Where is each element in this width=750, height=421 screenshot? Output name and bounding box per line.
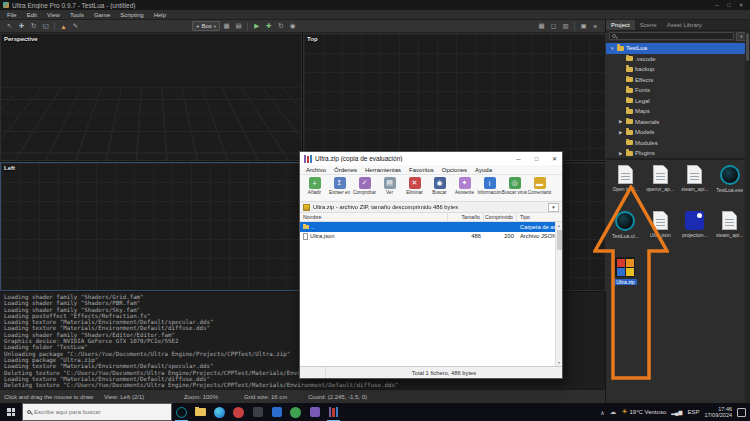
run-game-button[interactable]: ▶	[251, 21, 262, 32]
scrollbar-thumb[interactable]	[557, 230, 562, 250]
winrar-info-button[interactable]: i Información	[477, 176, 502, 201]
taskbar-app-green[interactable]	[286, 403, 305, 421]
winrar-menu-opciones[interactable]: Opciones	[438, 167, 471, 173]
menu-game[interactable]: Game	[89, 12, 115, 18]
tree-item-modules[interactable]: Modules	[606, 138, 750, 149]
winrar-virus-scan-button[interactable]: ◎ Buscar virus	[502, 176, 527, 201]
asset-item[interactable]: projection...	[679, 208, 712, 252]
grid-toggle-button[interactable]: ▤	[233, 21, 244, 32]
tree-item-plugins[interactable]: ▶ Plugins	[606, 148, 750, 158]
winrar-add-button[interactable]: + Añadir	[302, 176, 327, 201]
winrar-menu-archivo[interactable]: Archivo	[302, 167, 330, 173]
winrar-delete-button[interactable]: ✕ Eliminar	[402, 176, 427, 201]
maximize-button[interactable]: □	[723, 0, 735, 10]
tree-item-vscode[interactable]: .vscode	[606, 54, 750, 65]
snap-toggle-button[interactable]: ▦	[221, 21, 232, 32]
viewport-top[interactable]: Top	[303, 33, 606, 161]
tree-item-materials[interactable]: ▶ Materials	[606, 117, 750, 128]
notification-center-icon[interactable]	[737, 408, 746, 417]
tree-item-models[interactable]: ▶ Models	[606, 127, 750, 138]
asset-item[interactable]: steam_api...	[713, 208, 746, 252]
asset-item[interactable]: TestLua.exe	[713, 162, 746, 206]
scroll-up-icon[interactable]: ▲	[556, 222, 562, 229]
tree-item-fonts[interactable]: Fonts	[606, 85, 750, 96]
menu-file[interactable]: File	[2, 12, 22, 18]
taskbar-clock[interactable]: 17:46 17/09/2024	[704, 406, 732, 419]
network-icon[interactable]: ▂▄▆	[671, 409, 682, 415]
winrar-close-button[interactable]: ✕	[547, 152, 562, 165]
file-row-ultra-json[interactable]: Ultra.json 486 200 Archivo JSON	[300, 232, 562, 242]
language-indicator[interactable]: ESP	[687, 409, 699, 415]
taskbar-app-red[interactable]	[229, 403, 248, 421]
tray-overflow-icon[interactable]: ∧	[600, 409, 604, 416]
tree-item-effects[interactable]: Effects	[606, 75, 750, 86]
taskbar-search-input[interactable]	[34, 409, 159, 415]
minimize-button[interactable]: ─	[711, 0, 723, 10]
tab-asset-library[interactable]: Asset Library	[662, 20, 707, 30]
winrar-comment-button[interactable]: ▬ Comentario	[527, 176, 552, 201]
column-tipo[interactable]: Tipo	[517, 213, 555, 221]
rotate-tool-button[interactable]: ↻	[28, 21, 39, 32]
layout-single-view-button[interactable]: ◻	[548, 21, 559, 32]
menu-scripting[interactable]: Scripting	[115, 12, 148, 18]
menu-tools[interactable]: Tools	[65, 12, 89, 18]
terrain-tool-button[interactable]: ▲	[58, 21, 69, 32]
winrar-menu-favoritos[interactable]: Favoritos	[405, 167, 438, 173]
menu-help[interactable]: Help	[149, 12, 171, 18]
winrar-extract-button[interactable]: ↥ Extraer en	[327, 176, 352, 201]
taskbar-app-ultra-engine[interactable]	[172, 403, 191, 421]
winrar-address-bar[interactable]: Ultra.zip - archivo ZIP, tamaño descompr…	[300, 202, 562, 213]
tree-item-legal[interactable]: Legal	[606, 96, 750, 107]
winrar-maximize-button[interactable]: □	[529, 152, 544, 165]
paint-tool-button[interactable]: ✎	[70, 21, 81, 32]
tab-project[interactable]: Project	[606, 20, 635, 30]
viewport-left[interactable]: Left	[0, 162, 302, 291]
taskbar-app-winrar[interactable]	[324, 403, 343, 421]
select-tool-button[interactable]: ↖	[4, 21, 15, 32]
layout-split-view-button[interactable]: ▥	[560, 21, 571, 32]
winrar-test-button[interactable]: ✓ Comprobar	[352, 176, 377, 201]
winrar-view-button[interactable]: ▤ Ver	[377, 176, 402, 201]
layout-quad-view-button[interactable]: ▦	[536, 21, 547, 32]
winrar-scrollbar[interactable]: ▲ ▼	[555, 222, 562, 366]
asset-search-input[interactable]	[609, 32, 734, 40]
tab-scene[interactable]: Scene	[635, 20, 662, 30]
column-tamano[interactable]: Tamaño	[448, 213, 484, 221]
menu-edit[interactable]: Edit	[22, 12, 42, 18]
camera-button[interactable]: ◉	[287, 21, 298, 32]
column-nombre[interactable]: Nombre	[300, 213, 448, 221]
move-tool-button[interactable]: ✚	[16, 21, 27, 32]
taskbar-app-dark[interactable]	[248, 403, 267, 421]
file-row-parent-folder[interactable]: .. Carpeta de archivos	[300, 222, 562, 232]
tree-item-backup[interactable]: backup	[606, 64, 750, 75]
taskbar-app-blue[interactable]	[267, 403, 286, 421]
address-dropdown-button[interactable]: ▼	[548, 203, 559, 212]
taskbar-search[interactable]	[22, 403, 172, 421]
winrar-find-button[interactable]: ◉ Buscar	[427, 176, 452, 201]
winrar-menu-ordenes[interactable]: Órdenes	[330, 167, 361, 173]
onedrive-cloud-icon[interactable]: ☁	[610, 408, 617, 416]
scroll-down-icon[interactable]: ▼	[556, 359, 562, 366]
build-button[interactable]: ✚	[263, 21, 274, 32]
reload-button[interactable]: ↻	[275, 21, 286, 32]
scale-tool-button[interactable]: ◱	[40, 21, 51, 32]
winrar-menu-herramientas[interactable]: Herramientas	[361, 167, 405, 173]
primitive-dropdown[interactable]: + Box ▾	[192, 21, 220, 31]
taskbar-app-purple[interactable]	[305, 403, 324, 421]
panel-scrollbar[interactable]	[745, 31, 750, 403]
taskbar-app-browser[interactable]	[210, 403, 229, 421]
close-button[interactable]: ✕	[735, 0, 747, 10]
scrollbar-thumb[interactable]	[746, 33, 749, 61]
viewport-perspective[interactable]: Perspective	[0, 33, 302, 161]
weather-widget[interactable]: ☀ 19°C Ventoso	[621, 408, 666, 416]
winrar-minimize-button[interactable]: ─	[511, 152, 526, 165]
column-comprimido[interactable]: Comprimido	[484, 213, 517, 221]
winrar-menu-ayuda[interactable]: Ayuda	[471, 167, 496, 173]
menu-view[interactable]: View	[42, 12, 65, 18]
options-button[interactable]: ▣	[578, 21, 589, 32]
panel-toggle-button[interactable]: ≡	[590, 21, 601, 32]
tree-item-maps[interactable]: Maps	[606, 106, 750, 117]
asset-item[interactable]: steam_api...	[679, 162, 712, 206]
winrar-wizard-button[interactable]: ✦ Asistente	[452, 176, 477, 201]
taskbar-app-explorer[interactable]	[191, 403, 210, 421]
